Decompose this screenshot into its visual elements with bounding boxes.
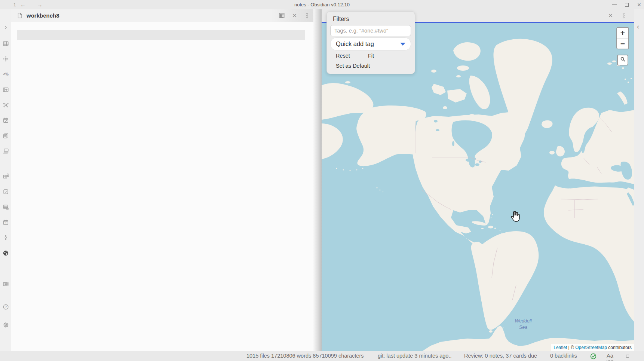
settings-icon[interactable] xyxy=(2,322,9,328)
move-canvas-icon[interactable] xyxy=(2,56,9,62)
window-title: notes - Obsidian v0.12.10 xyxy=(0,0,644,9)
map-pane-actions: × xyxy=(607,9,627,22)
fit-button[interactable]: Fit xyxy=(368,53,374,59)
table-icon[interactable] xyxy=(2,40,9,47)
map-attribution: Leaflet | © OpenStreetMap contributors xyxy=(551,344,634,351)
editor-pane-header: workbench8 × xyxy=(11,9,313,22)
close-pane-icon[interactable]: × xyxy=(291,12,298,19)
file-icon xyxy=(16,12,23,19)
quick-add-tag-dropdown[interactable]: Quick add tag xyxy=(330,37,411,51)
filters-title: Filters xyxy=(333,16,349,22)
git-status: git: last update 3 minutes ago.. xyxy=(378,351,452,361)
active-line-highlight xyxy=(17,30,305,40)
quick-add-tag-label: Quick add tag xyxy=(336,40,374,48)
right-sidebar-strip[interactable]: ‹ xyxy=(634,9,644,351)
expand-sidebar-right-icon[interactable] xyxy=(2,24,9,31)
map-zoom-control: + − xyxy=(616,27,629,49)
map-pane: × xyxy=(322,9,634,351)
sea-label-weddell: Weddell Sea xyxy=(512,318,535,331)
zoom-out-button[interactable]: − xyxy=(617,38,628,49)
map-globe-icon[interactable] xyxy=(2,250,9,257)
backlinks-count[interactable]: 0 backlinks xyxy=(550,351,577,361)
templater-percent-icon[interactable]: <% xyxy=(2,71,9,78)
database-table-icon[interactable] xyxy=(2,204,9,211)
tab-title: workbench8 xyxy=(27,12,59,19)
random-dice-icon[interactable] xyxy=(2,189,9,195)
screen-recorder-icon[interactable] xyxy=(2,281,9,287)
editor-pane-actions: × xyxy=(278,9,312,22)
zipper-icon[interactable] xyxy=(2,235,9,241)
status-square-icon[interactable] xyxy=(626,355,629,358)
map-search-button[interactable] xyxy=(617,55,628,65)
file-stats: 1015 files 17210806 words 85710099 chara… xyxy=(246,351,364,361)
review-status[interactable]: Review: 0 notes, 37 cards due xyxy=(464,351,537,361)
maximize-button[interactable] xyxy=(624,2,629,7)
sync-check-icon[interactable] xyxy=(590,353,597,361)
slides-icon[interactable] xyxy=(2,86,9,93)
card-stack-icon[interactable] xyxy=(2,148,9,155)
ribbon: <%1? xyxy=(0,9,11,351)
close-map-pane-icon[interactable]: × xyxy=(607,12,614,19)
osm-link[interactable]: OpenStreetMap xyxy=(575,345,607,350)
tab-workbench8[interactable]: workbench8 xyxy=(11,12,59,19)
pane-splitter[interactable] xyxy=(313,9,322,351)
reading-view-icon[interactable] xyxy=(278,12,285,19)
daily-note-icon[interactable]: 1 xyxy=(2,219,9,226)
reset-button[interactable]: Reset xyxy=(336,53,350,59)
svg-text:?: ? xyxy=(5,305,7,309)
editor-area[interactable] xyxy=(11,22,313,351)
statusbar: 1015 files 17210806 words 85710099 chara… xyxy=(0,351,644,361)
minimize-button[interactable] xyxy=(612,2,617,7)
text-size-toggle[interactable]: Aa xyxy=(607,352,613,361)
obsidian-window: 1 ← → notes - Obsidian v0.12.10 × <%1? w… xyxy=(0,0,644,361)
more-options-icon[interactable] xyxy=(304,12,311,19)
graph-view-icon[interactable] xyxy=(2,102,9,108)
calendar-check-icon[interactable] xyxy=(2,117,9,124)
editor-pane: workbench8 × xyxy=(11,9,313,351)
titlebar: 1 ← → notes - Obsidian v0.12.10 × xyxy=(0,0,644,9)
tags-filter-input[interactable] xyxy=(330,25,411,36)
map-more-options-icon[interactable] xyxy=(620,12,627,19)
collapse-left-icon[interactable]: ‹ xyxy=(637,23,639,30)
leaflet-link[interactable]: Leaflet xyxy=(553,345,567,350)
workbench-blocks-icon[interactable] xyxy=(2,173,9,180)
window-controls: × xyxy=(612,0,642,9)
set-as-default-button[interactable]: Set as Default xyxy=(336,63,370,69)
svg-text:1: 1 xyxy=(5,222,7,224)
help-icon[interactable]: ? xyxy=(2,304,9,310)
svg-text:<%: <% xyxy=(3,72,9,76)
close-window-button[interactable]: × xyxy=(637,2,642,7)
filters-panel: Filters Quick add tag Reset Fit Set as D… xyxy=(326,11,415,74)
zoom-in-button[interactable]: + xyxy=(617,28,628,38)
chevron-down-icon xyxy=(400,43,405,46)
duplicate-note-icon[interactable] xyxy=(2,132,9,139)
search-icon xyxy=(620,56,626,64)
